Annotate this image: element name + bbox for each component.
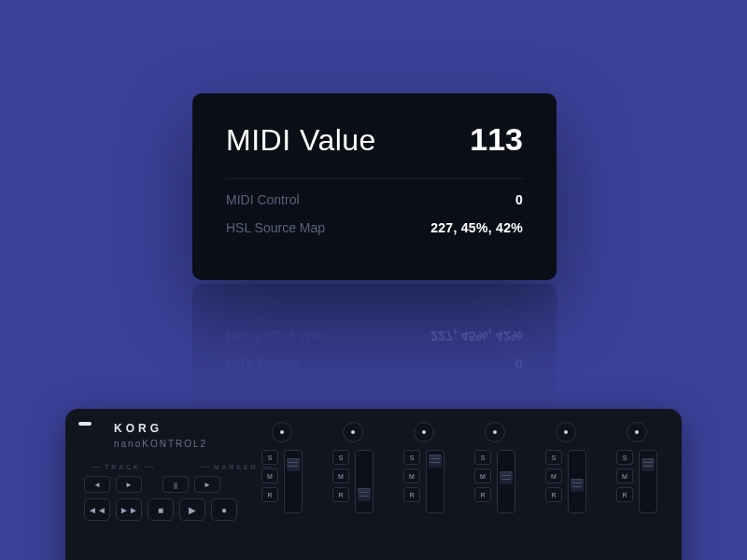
solo-button[interactable]: S — [403, 450, 420, 465]
solo-button[interactable]: S — [261, 450, 278, 465]
mute-button[interactable]: M — [474, 469, 491, 483]
track-next-button[interactable]: ► — [116, 476, 142, 493]
channel-knob[interactable] — [485, 422, 505, 442]
midi-value-row: MIDI Value 113 — [226, 121, 523, 179]
rec-button[interactable]: R — [474, 487, 491, 502]
fader-cap[interactable] — [358, 488, 371, 501]
channel-strip: S M R — [459, 422, 530, 560]
transport-row: ◄◄ ►► ■ ▶ ● — [84, 498, 247, 521]
fader-track[interactable] — [497, 450, 515, 513]
channel-strip: S M R — [388, 422, 459, 560]
midi-display-card: MIDI Value 113 MIDI Control 0 HSL Source… — [192, 93, 557, 280]
channel-knob[interactable] — [414, 422, 434, 442]
channel-strip: S M R — [247, 422, 317, 560]
fader-track[interactable] — [426, 450, 444, 513]
fader-cap[interactable] — [287, 458, 300, 471]
channel-knob[interactable] — [627, 422, 647, 442]
stop-button[interactable]: ■ — [148, 498, 174, 521]
channel-knob[interactable] — [272, 422, 292, 442]
rec-button[interactable]: R — [332, 487, 349, 502]
fader-track[interactable] — [639, 450, 657, 513]
mute-button[interactable]: M — [545, 469, 562, 483]
record-button[interactable]: ● — [211, 498, 237, 521]
hsl-source-label: HSL Source Map — [226, 220, 325, 235]
solo-button[interactable]: S — [545, 450, 562, 465]
mute-button[interactable]: M — [332, 469, 349, 483]
model-label: nanoKONTROL2 — [114, 439, 247, 449]
channel-strip: S M R — [601, 422, 672, 560]
fader-track[interactable] — [568, 450, 586, 513]
solo-button[interactable]: S — [616, 450, 633, 465]
marker-set-button[interactable]: ► — [194, 476, 220, 493]
fader-cap[interactable] — [500, 471, 513, 484]
brand-label: KORG — [114, 422, 247, 435]
channel-knob[interactable] — [556, 422, 576, 442]
track-prev-button[interactable]: ◄ — [84, 476, 110, 493]
rewind-button[interactable]: ◄◄ — [84, 498, 110, 521]
channel-strip: S M R — [530, 422, 601, 560]
fader-cap[interactable] — [641, 458, 655, 471]
mute-button[interactable]: M — [403, 469, 420, 483]
fader-cap[interactable] — [429, 455, 442, 468]
hsl-source-row: HSL Source Map 227, 45%, 42% — [226, 220, 523, 235]
solo-button[interactable]: S — [474, 450, 491, 465]
nav-button-row: ◄ ► || ► — [84, 476, 247, 493]
midi-controller: KORG nanoKONTROL2 TRACK MARKER ◄ ► || ► … — [65, 409, 682, 560]
solo-button[interactable]: S — [332, 450, 349, 465]
rec-button[interactable]: R — [545, 487, 562, 502]
power-led — [78, 422, 92, 426]
rec-button[interactable]: R — [261, 487, 278, 502]
midi-control-value: 0 — [515, 192, 523, 207]
mute-button[interactable]: M — [616, 469, 633, 483]
midi-control-label: MIDI Control — [226, 192, 300, 207]
play-button[interactable]: ▶ — [179, 498, 205, 521]
midi-value-label: MIDI Value — [226, 123, 376, 158]
fast-forward-button[interactable]: ►► — [116, 498, 142, 521]
rec-button[interactable]: R — [616, 487, 633, 502]
channel-strip: S M R — [317, 422, 388, 560]
midi-value-number: 113 — [470, 121, 523, 158]
hsl-source-value: 227, 45%, 42% — [430, 220, 523, 235]
fader-track[interactable] — [355, 450, 374, 513]
midi-control-row: MIDI Control 0 — [226, 192, 523, 207]
mute-button[interactable]: M — [261, 469, 278, 483]
channel-knob[interactable] — [343, 422, 363, 442]
fader-track[interactable] — [284, 450, 303, 513]
fader-cap[interactable] — [571, 479, 584, 492]
rec-button[interactable]: R — [403, 487, 420, 502]
track-section-label: TRACK — [92, 464, 154, 470]
cycle-button[interactable]: || — [162, 476, 189, 493]
